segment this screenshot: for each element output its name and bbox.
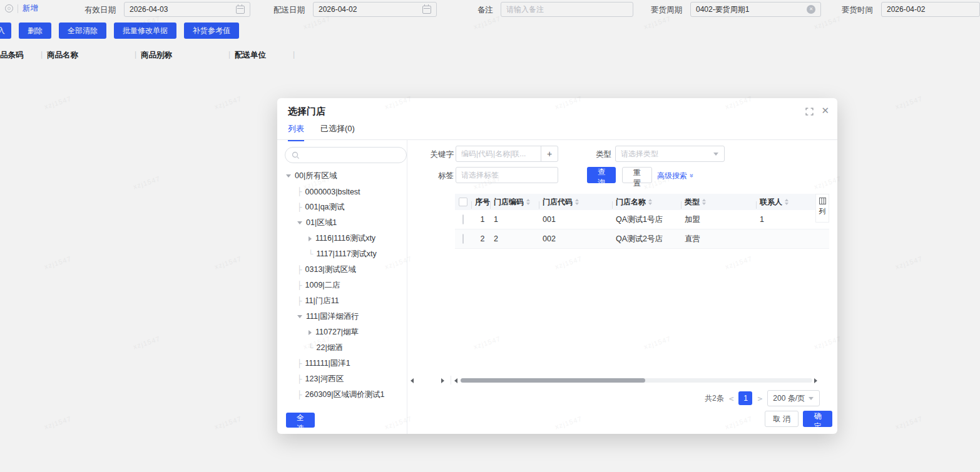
tree-item[interactable]: ├1009|二店	[281, 278, 406, 293]
tree-item[interactable]: └1117|1117测试xty	[281, 246, 406, 262]
table-row[interactable]: 11001QA测试1号店加盟1	[455, 210, 829, 229]
sort-icon[interactable]	[648, 199, 652, 205]
row-checkbox[interactable]	[462, 234, 464, 244]
column-header[interactable]: 门店编码	[494, 197, 543, 208]
scroll-right-icon[interactable]	[441, 378, 444, 383]
sort-asc-icon	[702, 199, 706, 201]
table-cell: 直营	[685, 234, 760, 244]
column-header-label: 门店名称	[616, 197, 646, 208]
column-header-label: 联系人	[760, 197, 782, 208]
tree-item[interactable]: └22|烟酒	[281, 340, 406, 356]
type-placeholder: 请选择类型	[621, 149, 710, 159]
keyword-add-button[interactable]: +	[541, 146, 558, 161]
modal-tabs: 列表 已选择(0)	[288, 123, 355, 141]
chevron-down-icon[interactable]	[286, 174, 291, 178]
total-count: 共2条	[705, 393, 724, 404]
store-table-body: 11001QA测试1号店加盟122002QA测试2号店直营	[455, 210, 829, 249]
column-header-label: 序号	[475, 197, 490, 208]
advanced-search-link[interactable]: 高级搜索	[657, 171, 693, 181]
sort-icon[interactable]	[702, 199, 706, 205]
type-select[interactable]: 请选择类型	[615, 146, 725, 162]
sort-asc-icon	[785, 199, 789, 201]
current-page[interactable]: 1	[738, 391, 752, 405]
pane-divider	[407, 140, 407, 434]
keyword-input[interactable]: 编码|代码|名称|联... +	[456, 146, 558, 162]
row-checkbox-cell	[462, 215, 464, 224]
tree-item[interactable]: 1116|1116测试xty	[281, 231, 406, 246]
select-all-checkbox[interactable]	[459, 198, 467, 206]
tree-item[interactable]: ├260309|区域调价测试1	[281, 387, 406, 403]
tree-item-label: 00|所有区域	[295, 171, 337, 181]
tree-item-label: 1009|二店	[305, 280, 340, 291]
table-row[interactable]: 22002QA测试2号店直营	[455, 229, 829, 249]
prev-page-icon[interactable]: <	[729, 394, 734, 403]
keyword-placeholder: 编码|代码|名称|联...	[461, 149, 541, 159]
column-header-label: 类型	[685, 197, 700, 208]
sort-icon[interactable]	[575, 199, 579, 205]
tree-connector: ├	[297, 187, 302, 196]
sort-desc-icon	[575, 203, 579, 205]
table-scroll-right-icon[interactable]	[814, 378, 817, 383]
tree-item[interactable]: ├001|qa测试	[281, 199, 406, 215]
column-header[interactable]: 门店代码	[543, 197, 616, 208]
tree-item[interactable]: ├11|门店11	[281, 293, 406, 309]
tree-connector: ├	[297, 281, 302, 290]
tree-item[interactable]: 110727|烟草	[281, 324, 406, 340]
tree-item-label: 0313|测试区域	[305, 264, 356, 275]
tree-item-label: 01|区域1	[306, 218, 337, 228]
close-icon[interactable]	[821, 105, 829, 116]
tree-item[interactable]: ├0313|测试区域	[281, 262, 406, 278]
table-cell: 加盟	[685, 214, 760, 225]
chevron-down-icon[interactable]	[297, 315, 302, 318]
tree-item[interactable]: ├111111|国洋1	[281, 356, 406, 371]
search-button[interactable]: 查 询	[587, 167, 616, 183]
tree-connector: └	[309, 343, 314, 353]
table-cell: 002	[543, 234, 616, 243]
table-scroll-left-icon[interactable]	[454, 378, 457, 383]
pagination: 共2条 < 1 > 200 条/页	[705, 391, 820, 406]
tree-item-label: 22|烟酒	[317, 343, 343, 353]
fullscreen-icon[interactable]	[805, 108, 814, 116]
select-all-button[interactable]: 全选	[286, 413, 315, 428]
keyword-label: 关键字	[427, 149, 454, 160]
column-tool-label: 列	[819, 207, 826, 216]
column-settings-button[interactable]: 列	[815, 194, 829, 223]
tree-item-label: 1116|1116测试xty	[315, 233, 375, 244]
tree-connector: ├	[297, 390, 302, 399]
tree-item[interactable]: 00|所有区域	[281, 168, 406, 184]
tree-item-label: 11|门店11	[305, 296, 339, 306]
tree-item[interactable]: ├0000003|bsltest	[281, 184, 406, 199]
scroll-left-icon[interactable]	[411, 378, 414, 383]
tree-item[interactable]: 111|国洋烟酒行	[281, 309, 406, 324]
chevron-down-icon	[809, 397, 814, 400]
tree-connector: └	[309, 249, 314, 259]
modal-title: 选择门店	[288, 106, 325, 118]
tree-item-label: 111|国洋烟酒行	[306, 311, 359, 322]
confirm-button[interactable]: 确 定	[803, 411, 832, 427]
column-header-label: 门店代码	[543, 197, 573, 208]
column-header[interactable]: 门店名称	[616, 197, 685, 208]
table-cell: 2	[494, 234, 543, 243]
tree-item-label: 110727|烟草	[315, 327, 359, 338]
chevron-right-icon[interactable]	[309, 236, 312, 241]
column-header[interactable]: 序号	[475, 197, 490, 208]
next-page-icon[interactable]: >	[757, 394, 762, 403]
chevron-down-icon[interactable]	[297, 221, 302, 224]
scrollbar-thumb[interactable]	[461, 378, 645, 383]
tag-input[interactable]: 请选择标签	[456, 167, 558, 183]
table-cell: 2	[481, 234, 485, 243]
tab-list[interactable]: 列表	[288, 123, 304, 141]
sort-icon[interactable]	[785, 199, 789, 205]
tree-item[interactable]: 01|区域1	[281, 215, 406, 231]
row-checkbox[interactable]	[462, 214, 464, 224]
sort-icon[interactable]	[526, 199, 530, 205]
select-store-modal: 选择门店 列表 已选择(0) 00|所有区域├0000003|bsltest├0…	[277, 98, 837, 434]
column-header[interactable]: 类型	[685, 197, 760, 208]
tree-search-input[interactable]	[285, 147, 407, 163]
page-size-select[interactable]: 200 条/页	[767, 390, 820, 406]
tab-selected[interactable]: 已选择(0)	[320, 123, 355, 141]
cancel-button[interactable]: 取 消	[765, 411, 799, 427]
tree-connector: ├	[297, 265, 302, 274]
chevron-right-icon[interactable]	[309, 330, 312, 335]
reset-button[interactable]: 重 置	[622, 167, 652, 183]
